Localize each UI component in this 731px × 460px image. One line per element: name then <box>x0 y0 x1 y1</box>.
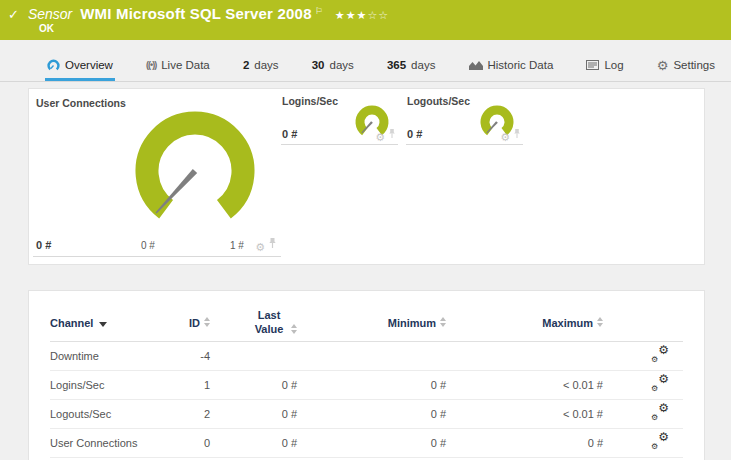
cell-id: 2 <box>160 408 210 420</box>
gauge-scale-max: 1 # <box>230 240 244 251</box>
column-header-id[interactable]: ID <box>160 317 210 329</box>
gauge-title: Logins/Sec <box>282 95 338 107</box>
gear-icon: ⚙ <box>657 59 669 72</box>
channel-gear-icon[interactable]: ⚙ <box>375 132 385 143</box>
area-chart-icon <box>469 60 483 71</box>
column-header-minimum[interactable]: Minimum <box>297 317 446 329</box>
tab-live-data-label: Live Data <box>161 59 210 71</box>
gauge-title: Logouts/Sec <box>407 95 470 107</box>
tab-log[interactable]: Log <box>584 52 625 81</box>
tab-365-days-label: days <box>411 59 435 71</box>
object-kind-label: Sensor <box>28 6 72 22</box>
tab-overview[interactable]: Overview <box>45 52 115 81</box>
column-header-last-value[interactable]: Last Value <box>210 309 297 337</box>
tab-live-data[interactable]: ((•)) Live Data <box>144 52 212 81</box>
gauge-title: User Connections <box>36 97 126 109</box>
gauge-tile-logins: Logins/Sec 0 # ⚙ <box>281 93 398 145</box>
flag-icon: ⚐ <box>315 6 323 16</box>
cell-last-value: 0 # <box>210 408 297 420</box>
status-check-icon: ✓ <box>8 7 19 22</box>
stars-filled: ★★★ <box>335 9 368 21</box>
user-connections-gauge <box>128 107 262 241</box>
table-row: Downtime -4 ⚙⚙ <box>50 342 683 371</box>
cell-channel: Downtime <box>50 350 160 362</box>
cell-channel: Logouts/Sec <box>50 408 160 420</box>
tab-bar: Overview ((•)) Live Data 2 days 30 days … <box>0 52 731 82</box>
table-row: Logouts/Sec 2 0 # 0 # < 0.01 # ⚙⚙ <box>50 400 683 429</box>
tab-2-days-number: 2 <box>243 59 249 71</box>
column-header-channel[interactable]: Channel <box>50 317 160 329</box>
pin-icon[interactable] <box>268 235 277 253</box>
tab-30-days-number: 30 <box>312 59 325 71</box>
sensor-header: ✓ Sensor WMI Microsoft SQL Server 2008 ⚐… <box>0 0 731 40</box>
cell-channel: Logins/Sec <box>50 379 160 391</box>
pin-icon[interactable] <box>513 125 521 143</box>
cell-id: -4 <box>160 350 210 362</box>
sort-desc-icon <box>99 322 107 327</box>
table-row: User Connections 0 0 # 0 # 0 # ⚙⚙ <box>50 429 683 458</box>
cell-channel: User Connections <box>50 437 160 449</box>
cell-last-value: 0 # <box>210 437 297 449</box>
gauge-tile-logouts: Logouts/Sec 0 # ⚙ <box>406 93 523 145</box>
pin-icon[interactable] <box>388 125 396 143</box>
cell-last-value: 0 # <box>210 379 297 391</box>
cell-maximum: < 0.01 # <box>446 379 603 391</box>
cell-id: 1 <box>160 379 210 391</box>
tab-historic-data-label: Historic Data <box>488 59 554 71</box>
tab-log-label: Log <box>604 59 623 71</box>
cell-minimum: 0 # <box>297 437 446 449</box>
tab-30-days[interactable]: 30 days <box>310 52 356 81</box>
tab-settings[interactable]: ⚙ Settings <box>655 52 717 81</box>
gauge-icon <box>47 59 60 72</box>
cell-maximum: 0 # <box>446 437 603 449</box>
cell-maximum: < 0.01 # <box>446 408 603 420</box>
channel-settings-icon[interactable]: ⚙⚙ <box>651 435 669 450</box>
channel-settings-icon[interactable]: ⚙⚙ <box>651 406 669 421</box>
tab-overview-label: Overview <box>65 59 113 71</box>
tab-30-days-label: days <box>330 59 354 71</box>
channel-gear-icon[interactable]: ⚙ <box>500 132 510 143</box>
channel-settings-icon[interactable]: ⚙⚙ <box>651 348 669 363</box>
status-badge: OK <box>39 23 389 34</box>
cell-minimum: 0 # <box>297 379 446 391</box>
table-row: Logins/Sec 1 0 # 0 # < 0.01 # ⚙⚙ <box>50 371 683 400</box>
priority-stars[interactable]: ★★★☆☆ <box>335 9 389 22</box>
cell-minimum: 0 # <box>297 408 446 420</box>
tab-365-days[interactable]: 365 days <box>385 52 437 81</box>
channel-gear-icon[interactable]: ⚙ <box>255 242 265 253</box>
sort-icon <box>597 317 603 327</box>
channel-settings-icon[interactable]: ⚙⚙ <box>651 377 669 392</box>
gauge-tile-user-connections: User Connections 0 # 1 # 0 # ⚙ <box>33 93 281 257</box>
log-list-icon <box>586 60 599 70</box>
stars-empty: ☆☆ <box>367 9 389 21</box>
gauge-current-value: 0 # <box>36 239 51 251</box>
cell-id: 0 <box>160 437 210 449</box>
tab-historic-data[interactable]: Historic Data <box>467 52 556 81</box>
channels-table-panel: Channel ID Last Value Minimum Maximum Do… <box>28 290 705 460</box>
tab-settings-label: Settings <box>673 59 715 71</box>
gauges-panel: User Connections 0 # 1 # 0 # ⚙ Logins/Se… <box>28 88 705 265</box>
title-block: Sensor WMI Microsoft SQL Server 2008 ⚐ ★… <box>28 5 389 34</box>
column-header-maximum[interactable]: Maximum <box>446 317 603 329</box>
gauge-current-value: 0 # <box>282 128 297 140</box>
gauge-scale-min: 0 # <box>141 240 155 251</box>
broadcast-icon: ((•)) <box>146 60 156 70</box>
gauge-current-value: 0 # <box>407 128 422 140</box>
page-title: WMI Microsoft SQL Server 2008 <box>80 5 311 22</box>
table-header-row: Channel ID Last Value Minimum Maximum <box>50 291 683 342</box>
tab-365-days-number: 365 <box>387 59 406 71</box>
tab-2-days[interactable]: 2 days <box>241 52 281 81</box>
tab-2-days-label: days <box>254 59 278 71</box>
